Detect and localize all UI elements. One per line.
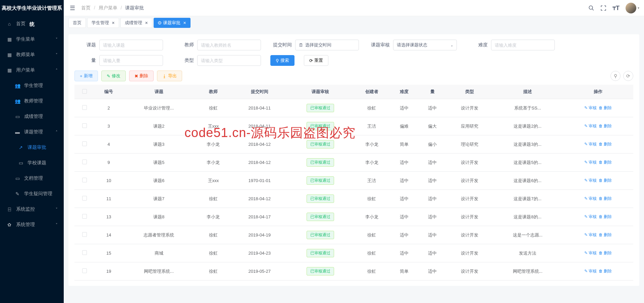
sidebar-item-系统监控[interactable]: ⌸系统监控˅ xyxy=(0,202,64,217)
menu-icon: 👥 xyxy=(15,83,20,88)
filter-difficulty-input[interactable] xyxy=(491,40,555,50)
cell-amount: 适中 xyxy=(418,226,446,244)
cell-type: 理论研究 xyxy=(447,135,492,154)
menu-icon: ⌂ xyxy=(7,21,12,27)
row-checkbox[interactable] xyxy=(82,123,87,128)
cell-teacher: 徐虹 xyxy=(195,226,232,244)
row-checkbox[interactable] xyxy=(82,232,87,237)
filter-teacher-input[interactable] xyxy=(197,40,261,50)
sidebar-item-成绩管理[interactable]: ▭成绩管理 xyxy=(0,109,64,124)
row-delete-link[interactable]: 🗑 删除 xyxy=(599,269,612,273)
filter-review-select[interactable]: 请选择课题状态⌄ xyxy=(393,40,457,50)
table-header: 提交时间 xyxy=(232,85,287,99)
checkbox-all[interactable] xyxy=(82,89,87,94)
close-icon[interactable]: ✕ xyxy=(112,21,115,25)
row-delete-link[interactable]: 🗑 删除 xyxy=(599,142,612,146)
edit-button[interactable]: ✎修改 xyxy=(101,71,126,81)
menu-label: 学生菜单 xyxy=(16,36,35,42)
sidebar-item-学校课题[interactable]: ▭学校课题 xyxy=(0,155,64,171)
row-audit-link[interactable]: ✎ 审核 xyxy=(584,160,597,165)
row-delete-link[interactable]: 🗑 删除 xyxy=(599,160,612,165)
sidebar-item-学生疑问管理[interactable]: ✎学生疑问管理 xyxy=(0,186,64,202)
tab-成绩管理[interactable]: 成绩管理✕ xyxy=(120,18,152,28)
row-checkbox[interactable] xyxy=(82,214,87,219)
search-toggle-button[interactable]: ⚲ xyxy=(610,71,621,81)
row-delete-link[interactable]: 🗑 删除 xyxy=(599,105,612,110)
close-icon[interactable]: ✕ xyxy=(183,21,186,25)
row-checkbox[interactable] xyxy=(82,105,87,110)
chevron-icon: ˄ xyxy=(56,68,58,73)
sidebar-item-学生管理[interactable]: 👥学生管理 xyxy=(0,78,64,93)
tab-首页[interactable]: 首页 xyxy=(68,18,86,28)
cell-id: 4 xyxy=(95,135,123,154)
sidebar-item-教师管理[interactable]: 👥教师管理 xyxy=(0,93,64,109)
menu-label: 系统管理 xyxy=(16,222,35,228)
refresh-button[interactable]: ⟳ xyxy=(623,71,633,81)
row-delete-link[interactable]: 🗑 删除 xyxy=(599,251,612,255)
tab-课题审批[interactable]: 课题审批✕ xyxy=(154,18,191,28)
menu-icon: ▬ xyxy=(15,129,20,135)
sidebar-item-课题管理[interactable]: ▬课题管理˄ xyxy=(0,124,64,140)
sidebar-item-教师菜单[interactable]: ▦教师菜单˅ xyxy=(0,47,64,62)
row-audit-link[interactable]: ✎ 审核 xyxy=(584,269,597,273)
row-audit-link[interactable]: ✎ 审核 xyxy=(584,142,597,146)
row-checkbox[interactable] xyxy=(82,196,87,201)
filter-amount-input[interactable] xyxy=(99,55,163,66)
fullscreen-icon[interactable] xyxy=(600,5,606,11)
cell-diff: 偏难 xyxy=(390,117,418,135)
cell-topic: 课题7 xyxy=(123,190,195,208)
tab-label: 课题审批 xyxy=(163,20,180,26)
cell-type: 设计开发 xyxy=(447,226,492,244)
row-audit-link[interactable]: ✎ 审核 xyxy=(584,178,597,183)
row-audit-link[interactable]: ✎ 审核 xyxy=(584,232,597,237)
row-audit-link[interactable]: ✎ 审核 xyxy=(584,105,597,110)
breadcrumb: 首页 / 用户菜单 / 课题审批 xyxy=(81,5,588,11)
header: ☰ 首页 / 用户菜单 / 课题审批 ᴛT ▾ xyxy=(64,0,644,16)
row-delete-link[interactable]: 🗑 删除 xyxy=(599,196,612,201)
table-header xyxy=(74,85,95,99)
sidebar-item-文档管理[interactable]: ▭文档管理 xyxy=(0,171,64,186)
close-icon[interactable]: ✕ xyxy=(145,21,148,25)
font-size-icon[interactable]: ᴛT xyxy=(612,4,620,12)
filter-type-input[interactable] xyxy=(197,55,261,66)
row-checkbox[interactable] xyxy=(82,160,87,164)
avatar xyxy=(626,3,636,13)
filter-topic-input[interactable] xyxy=(99,40,163,50)
row-audit-link[interactable]: ✎ 审核 xyxy=(584,214,597,219)
breadcrumb-mid[interactable]: 用户菜单 xyxy=(99,5,117,10)
row-checkbox[interactable] xyxy=(82,141,87,146)
search-icon[interactable] xyxy=(588,5,594,11)
table-header: 量 xyxy=(418,85,446,99)
export-button[interactable]: ⭳导出 xyxy=(157,71,182,81)
row-checkbox[interactable] xyxy=(82,250,87,255)
sidebar-item-学生菜单[interactable]: ▦学生菜单˅ xyxy=(0,32,64,47)
row-audit-link[interactable]: ✎ 审核 xyxy=(584,251,597,255)
sidebar-item-首页[interactable]: ⌂首页 xyxy=(0,16,64,32)
row-checkbox[interactable] xyxy=(82,268,87,273)
sidebar-item-系统管理[interactable]: ✿系统管理˅ xyxy=(0,217,64,232)
delete-button[interactable]: ✖删除 xyxy=(129,71,154,81)
breadcrumb-home[interactable]: 首页 xyxy=(81,5,91,10)
reset-button[interactable]: ⟳重置 xyxy=(304,55,328,66)
cell-creator: 李小龙 xyxy=(353,154,390,172)
search-button[interactable]: ⚲搜索 xyxy=(270,55,294,66)
filter-time-label: 提交时间 xyxy=(270,42,292,48)
menu-label: 系统监控 xyxy=(16,206,35,212)
row-delete-link[interactable]: 🗑 删除 xyxy=(599,214,612,219)
row-delete-link[interactable]: 🗑 删除 xyxy=(599,124,612,128)
hamburger-icon[interactable]: ☰ xyxy=(68,4,76,12)
sidebar-item-课题审批[interactable]: ↗课题审批 xyxy=(0,140,64,155)
user-menu[interactable]: ▾ xyxy=(626,3,639,13)
cell-topic: 课题8 xyxy=(123,208,195,226)
row-checkbox[interactable] xyxy=(82,178,87,182)
filter-time-input[interactable]: 🗓选择提交时间 xyxy=(295,40,359,50)
edit-icon: ✎ xyxy=(107,74,110,79)
add-button[interactable]: +新增 xyxy=(74,71,98,81)
tab-学生管理[interactable]: 学生管理✕ xyxy=(87,18,119,28)
row-audit-link[interactable]: ✎ 审核 xyxy=(584,196,597,201)
sidebar-item-用户菜单[interactable]: ▦用户菜单˄ xyxy=(0,62,64,78)
row-delete-link[interactable]: 🗑 删除 xyxy=(599,232,612,237)
cell-diff: 适中 xyxy=(390,208,418,226)
row-delete-link[interactable]: 🗑 删除 xyxy=(599,178,612,183)
row-audit-link[interactable]: ✎ 审核 xyxy=(584,124,597,128)
